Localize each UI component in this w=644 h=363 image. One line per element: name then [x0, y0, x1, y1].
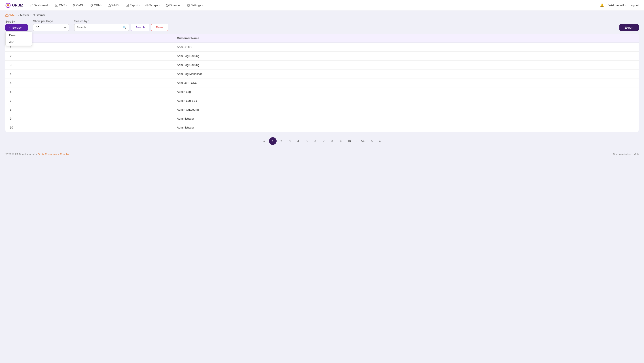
cell-num: 5 — [5, 78, 172, 87]
chevron-down-icon: ↓ — [84, 4, 85, 6]
breadcrumb-wms-link[interactable]: WMS — [5, 13, 16, 17]
breadcrumb: WMS › Master › Customer — [0, 11, 644, 19]
cell-name: Administrator — [172, 114, 639, 123]
chevron-down-icon: ↓ — [66, 4, 67, 6]
finance-icon — [166, 4, 169, 7]
page-9-button[interactable]: 9 — [337, 137, 344, 145]
nav-oms[interactable]: OMS ↓ — [70, 3, 87, 8]
table-row: 7 Admin Log SBY — [5, 96, 639, 105]
table-header: # Customer Name — [5, 34, 639, 43]
cell-name: Adm Log Cakung — [172, 52, 639, 60]
search-button[interactable]: Search — [131, 24, 149, 31]
logo: ORBIZ — [5, 3, 23, 8]
nav-finance[interactable]: Finance ↓ — [164, 3, 184, 8]
page-10-button[interactable]: 10 — [346, 137, 353, 145]
nav-oms-label: OMS — [76, 3, 83, 7]
cell-name: Admin Outbound — [172, 105, 639, 114]
sort-btn-label: Sort by — [12, 26, 22, 29]
settings-icon — [187, 4, 190, 7]
check-icon: ✓ — [8, 26, 11, 29]
nav-dashboard[interactable]: Dashboard ↓ — [28, 3, 52, 8]
sort-by-group: Sort By : ✓ Sort by Desc Asc — [5, 20, 28, 31]
cell-name: Abdi - CKG — [172, 43, 639, 52]
main-content: Sort By : ✓ Sort by Desc Asc Show per Pa… — [0, 19, 644, 150]
per-page-select[interactable]: 10 25 50 100 — [33, 24, 69, 31]
footer-right: Documentation v1.0 — [613, 153, 639, 156]
customer-table: # Customer Name 1 Abdi - CKG 2 Adm Log C… — [5, 34, 639, 132]
table-row: 9 Administrator — [5, 114, 639, 123]
table-row: 5 Adm Out - CKG — [5, 78, 639, 87]
sort-dropdown: ✓ Sort by Desc Asc — [5, 24, 28, 31]
nav-crm[interactable]: CRM ↓ — [88, 3, 105, 8]
documentation-link[interactable]: Documentation — [613, 153, 631, 156]
page-54-button[interactable]: 54 — [359, 137, 366, 145]
page-1-button[interactable]: 1 — [269, 137, 276, 145]
nav-settings[interactable]: Settings ↓ — [185, 3, 205, 8]
page-8-button[interactable]: 8 — [328, 137, 336, 145]
col-name: Customer Name — [172, 34, 639, 43]
cell-num: 8 — [5, 105, 172, 114]
search-input[interactable] — [77, 24, 122, 31]
cell-name: Administrator — [172, 123, 639, 132]
cell-num: 3 — [5, 60, 172, 69]
nav-crm-label: CRM — [94, 3, 100, 7]
svg-point-6 — [75, 6, 75, 7]
table-row: 10 Administrator — [5, 123, 639, 132]
page-55-button[interactable]: 55 — [368, 137, 375, 145]
wms-icon — [108, 4, 111, 7]
page-7-button[interactable]: 7 — [320, 137, 328, 145]
chevron-down-icon: ↓ — [202, 4, 203, 6]
breadcrumb-separator-2: › — [30, 13, 31, 17]
cell-name: Admin Log SBY — [172, 96, 639, 105]
cell-num: 7 — [5, 96, 172, 105]
nav-scrape-label: Scrape — [149, 3, 158, 7]
brand-link[interactable]: Orbiz Ecommerce Enabler — [38, 153, 69, 156]
chevron-down-icon: ↓ — [159, 4, 160, 6]
chevron-down-icon: ↓ — [180, 4, 182, 6]
search-icon: 🔍 — [123, 26, 126, 29]
scrape-icon — [145, 4, 148, 7]
next-page-button[interactable]: » — [376, 137, 384, 145]
navbar: ORBIZ Dashboard ↓ CMS ↓ OMS ↓ CRM ↓ WMS … — [0, 0, 644, 11]
customer-table-container: # Customer Name 1 Abdi - CKG 2 Adm Log C… — [5, 34, 639, 132]
reset-button[interactable]: Reset — [151, 24, 168, 31]
page-3-button[interactable]: 3 — [286, 137, 294, 145]
page-4-button[interactable]: 4 — [294, 137, 302, 145]
logo-icon — [5, 3, 11, 8]
page-5-button[interactable]: 5 — [303, 137, 310, 145]
dashboard-icon — [30, 4, 33, 7]
pagination-ellipsis: ... — [354, 137, 358, 145]
chevron-down-icon: ↓ — [48, 4, 50, 6]
logout-button[interactable]: Logout — [630, 3, 639, 7]
svg-rect-2 — [55, 4, 58, 7]
sort-menu-asc[interactable]: Asc — [6, 39, 32, 46]
username-label: fariskhasyaiful — [608, 3, 626, 7]
sort-by-button[interactable]: ✓ Sort by — [5, 24, 28, 31]
sort-menu-desc[interactable]: Desc — [6, 32, 32, 39]
footer-copyright: 2023 © PT Borwita Indah - Orbiz Ecommerc… — [5, 153, 69, 156]
table-body: 1 Abdi - CKG 2 Adm Log Cakung 3 Adm Log … — [5, 43, 639, 132]
cell-name: Adm Log Makassar — [172, 69, 639, 78]
svg-point-14 — [188, 5, 189, 6]
show-per-page-group: Show per Page : 10 25 50 100 — [33, 19, 69, 31]
nav-scrape[interactable]: Scrape ↓ — [143, 3, 162, 8]
table-row: 6 Admin Log — [5, 87, 639, 96]
chevron-down-icon: ↓ — [119, 4, 120, 6]
breadcrumb-master: Master — [20, 13, 29, 17]
nav-cms[interactable]: CMS ↓ — [53, 3, 69, 8]
prev-page-button[interactable]: « — [260, 137, 268, 145]
page-6-button[interactable]: 6 — [312, 137, 319, 145]
page-2-button[interactable]: 2 — [278, 137, 285, 145]
notification-bell-icon[interactable]: 🔔 — [600, 3, 604, 7]
nav-report[interactable]: Report ↓ — [124, 3, 142, 8]
oms-icon — [72, 4, 76, 7]
breadcrumb-separator: › — [18, 13, 19, 17]
chevron-down-icon: ↓ — [101, 4, 102, 6]
cell-name: Adm Log Cakung — [172, 60, 639, 69]
controls-row: Sort By : ✓ Sort by Desc Asc Show per Pa… — [5, 19, 639, 31]
nav-wms[interactable]: WMS ↓ — [106, 3, 123, 8]
table-row: 2 Adm Log Cakung — [5, 52, 639, 60]
footer: 2023 © PT Borwita Indah - Orbiz Ecommerc… — [0, 150, 644, 159]
table-row: 4 Adm Log Makassar — [5, 69, 639, 78]
export-button[interactable]: Export — [620, 24, 639, 31]
